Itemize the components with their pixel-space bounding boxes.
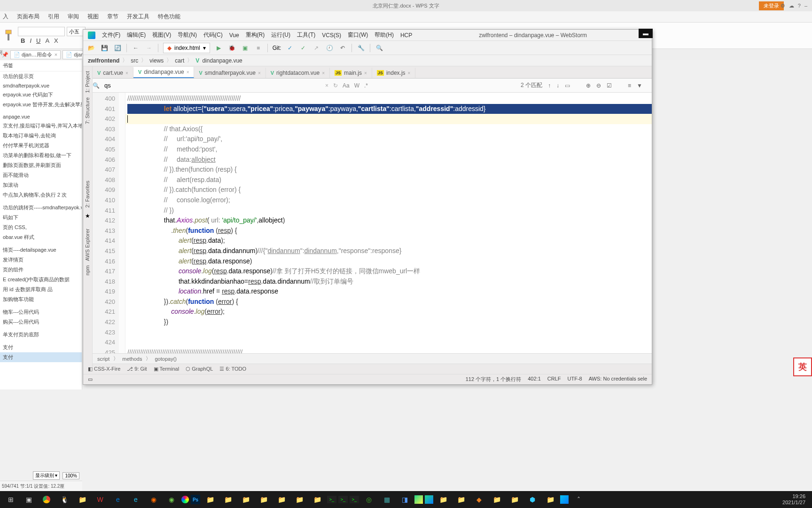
editor-tab[interactable]: Vsmdnafterpayok.vue× xyxy=(194,68,265,78)
search-input[interactable] xyxy=(104,82,198,89)
terminal-icon[interactable]: >_ xyxy=(327,496,336,503)
menu-item[interactable]: VCS(S) xyxy=(322,32,341,39)
bookmark-item[interactable]: 单支付页的底部 xyxy=(0,330,82,340)
menu-item[interactable]: 运行(U) xyxy=(271,31,290,39)
git-history-icon[interactable]: 🕘 xyxy=(325,44,334,52)
maximize-button[interactable]: ▬ xyxy=(639,29,653,38)
stop-icon[interactable]: ■ xyxy=(254,44,263,52)
forward-icon[interactable]: → xyxy=(145,44,153,52)
funnel-icon[interactable]: ▼ xyxy=(637,82,642,89)
bookmark-item[interactable]: smdnafterpayok.vue xyxy=(0,81,82,90)
bottom-tool[interactable]: ◧ CSS-X-Fire xyxy=(88,366,120,372)
ribbon-tab[interactable]: 引用 xyxy=(48,13,59,21)
bookmark-item[interactable]: anpage.vue xyxy=(0,112,82,121)
bookmark-item[interactable]: E created()中取该商品的数据 xyxy=(0,275,82,285)
crumb2-item[interactable]: script xyxy=(97,356,109,362)
anaconda-icon[interactable]: ◎ xyxy=(361,492,377,507)
font-family-select[interactable] xyxy=(18,27,65,36)
remove-selection-icon[interactable]: ⊖ xyxy=(596,82,601,89)
star-icon[interactable]: ★ xyxy=(83,213,92,219)
tool-aws[interactable]: AWS Explorer xyxy=(85,229,90,261)
code-area[interactable]: ////////////////////////////////////////… xyxy=(125,93,652,353)
folder-icon[interactable]: 📁 xyxy=(273,492,289,507)
bottom-tool[interactable]: ⎇ 9: Git xyxy=(127,366,147,372)
gift-icon[interactable]: ⚙ xyxy=(781,3,785,9)
bookmark-item[interactable]: 支付 xyxy=(0,342,82,352)
italic-button[interactable]: I xyxy=(30,37,31,44)
bottom-tool[interactable]: ☰ 6: TODO xyxy=(219,366,246,372)
terminal-icon[interactable]: >_ xyxy=(350,496,359,503)
tool-npm[interactable]: npm xyxy=(85,265,90,275)
edge-icon[interactable]: e xyxy=(110,492,126,507)
crumb2-item[interactable]: methods xyxy=(122,356,142,362)
history-icon[interactable]: ↻ xyxy=(333,82,338,89)
ribbon-tab[interactable]: 特色功能 xyxy=(158,13,180,21)
app-icon[interactable]: ◉ xyxy=(146,492,162,507)
crumb-item[interactable]: cart xyxy=(175,57,184,64)
folder-icon[interactable]: 📁 xyxy=(238,492,254,507)
ribbon-tab[interactable]: 视图 xyxy=(87,13,99,21)
run-config-select[interactable]: ◆ index.html ▾ xyxy=(163,43,210,53)
run-icon[interactable]: ▶ xyxy=(215,44,223,52)
menu-item[interactable]: 重构(R) xyxy=(246,31,265,39)
cloud-icon[interactable]: ☁ xyxy=(789,3,794,9)
menu-item[interactable]: 窗口(W) xyxy=(348,31,368,39)
bookmark-item[interactable]: 页的组件 xyxy=(0,265,82,275)
font-color-button[interactable]: A xyxy=(45,37,49,44)
code-editor[interactable]: 4004014024034044054064074084094104114124… xyxy=(93,93,652,353)
ribbon-tab[interactable]: 入 xyxy=(3,13,8,21)
git-update-icon[interactable]: ✓ xyxy=(286,44,294,52)
git-push-icon[interactable]: ↗ xyxy=(312,44,320,52)
help-icon[interactable]: ? xyxy=(798,3,801,9)
tool-favorites[interactable]: 2: Favorites xyxy=(85,181,90,207)
start-button[interactable]: ⊞ xyxy=(3,492,19,507)
app-icon[interactable] xyxy=(181,496,189,503)
bookmark-item[interactable]: 功菜单的删除和看相似,做一下 xyxy=(0,151,82,160)
close-icon[interactable]: × xyxy=(55,52,57,57)
menu-item[interactable]: HCP xyxy=(400,32,412,39)
folder-icon[interactable]: 📁 xyxy=(220,492,236,507)
bookmark-item[interactable]: 京支付,接后端订单编号,并写入本地 xyxy=(0,121,82,131)
ie-icon[interactable]: e xyxy=(128,492,144,507)
add-selection-icon[interactable]: ⊕ xyxy=(586,82,591,89)
qq-icon[interactable]: 🐧 xyxy=(56,492,72,507)
bookmark-item[interactable]: 付付苹果手机浏览器 xyxy=(0,141,82,151)
opt-regex[interactable]: .* xyxy=(364,82,368,89)
ime-badge[interactable]: 英 xyxy=(793,357,812,376)
bookmark-item[interactable]: 页的 CSS, xyxy=(0,222,82,232)
status-aws[interactable]: AWS: No credentials sele xyxy=(589,376,647,383)
app-icon[interactable]: ◆ xyxy=(471,492,487,507)
filter-icon[interactable]: ≡ xyxy=(628,82,631,89)
app-icon[interactable]: ⬢ xyxy=(524,492,540,507)
bookmark-item[interactable]: 支付 xyxy=(0,352,82,362)
editor-tab[interactable]: JSindex.js× xyxy=(372,68,416,78)
folder-icon[interactable]: 📁 xyxy=(256,492,272,507)
bottom-tool[interactable]: ⬡ GraphQL xyxy=(186,366,213,372)
pin-icon[interactable]: 📌 xyxy=(2,52,8,58)
opt-case[interactable]: Aa xyxy=(343,82,350,89)
bookmark-item[interactable]: 情页----detailspage.vue xyxy=(0,245,82,255)
crumb-item[interactable]: views xyxy=(149,57,164,64)
ribbon-tab[interactable]: 页面布局 xyxy=(17,13,39,21)
bookmark-item[interactable]: obar.vue 样式 xyxy=(0,232,82,242)
menu-item[interactable]: 代码(C) xyxy=(203,31,223,39)
close-icon[interactable]: × xyxy=(322,71,325,76)
bookmark-item[interactable]: 功后的跳转页-----smdnafterpayok.vue xyxy=(0,203,82,213)
close-icon[interactable]: × xyxy=(364,71,367,76)
git-commit-icon[interactable]: ✓ xyxy=(299,44,307,52)
format-painter-icon[interactable] xyxy=(2,28,15,43)
opt-word[interactable]: W xyxy=(354,82,359,89)
bookmark-item[interactable]: 中点加入购物车,会执行 2 次 xyxy=(0,190,82,200)
menu-item[interactable]: 视图(V) xyxy=(152,31,171,39)
bookmark-item[interactable]: erpayok.vue 暂停开发,先去解决苹果浏览 xyxy=(0,100,82,110)
webstorm-icon[interactable] xyxy=(560,495,569,504)
crumb-item[interactable]: dindanpage.vue xyxy=(202,57,242,64)
bookmark-item[interactable]: 用 id 去数据库取商 品 xyxy=(0,285,82,294)
taskbar-clock[interactable]: 19:26 2021/1/27 xyxy=(782,493,809,506)
app-icon[interactable]: ▦ xyxy=(379,492,395,507)
folder-icon[interactable]: 📁 xyxy=(489,492,505,507)
back-icon[interactable]: ← xyxy=(132,44,140,52)
minimize-icon[interactable]: – xyxy=(804,3,807,9)
folder-icon[interactable]: 📁 xyxy=(435,492,451,507)
menu-item[interactable]: 帮助(H) xyxy=(375,31,394,39)
